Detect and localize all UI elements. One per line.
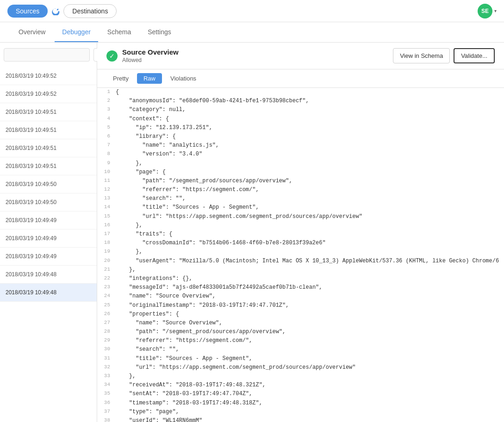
code-line: 37 "type": "page", — [97, 408, 504, 416]
code-line: 31 "title": "Sources - App - Segment", — [97, 354, 504, 363]
code-line: 32 "url": "https://app.segment.com/segme… — [97, 363, 504, 372]
event-item[interactable]: 2018/03/19 10:49:51 — [0, 157, 97, 175]
line-content: "timestamp": "2018-03-19T17:49:48.318Z", — [114, 399, 504, 408]
line-content: "crossDomainId": "b7514b06-1468-4f60-b7e… — [114, 239, 504, 248]
event-item[interactable]: 2018/03/19 10:49:49 — [0, 230, 97, 248]
right-panel: ✓ Source Overview Allowed View in Schema… — [97, 43, 504, 422]
line-number: 2 — [97, 97, 114, 106]
code-line: 8 "version": "3.4.0" — [97, 150, 504, 159]
line-content: "title": "Sources - App - Segment", — [114, 354, 504, 363]
top-nav: Sources Destinations SE ▾ — [0, 0, 504, 22]
tab-pretty[interactable]: Pretty — [106, 73, 135, 84]
code-line: 15 "url": "https://app.segment.com/segme… — [97, 212, 504, 221]
line-number: 38 — [97, 416, 114, 422]
line-content: "search": "", — [114, 345, 504, 354]
line-number: 34 — [97, 381, 114, 390]
event-item[interactable]: 2018/03/19 10:49:49 — [0, 211, 97, 230]
event-item[interactable]: 2018/03/19 10:49:51 — [0, 139, 97, 157]
event-item[interactable]: 2018/03/19 10:49:52 — [0, 85, 97, 103]
line-content: "userAgent": "Mozilla/5.0 (Macintosh; In… — [114, 257, 504, 266]
code-line: 3 "category": null, — [97, 106, 504, 114]
line-content: "name": "Source Overview", — [114, 292, 504, 301]
line-number: 6 — [97, 132, 114, 141]
line-number: 25 — [97, 301, 114, 310]
line-number: 17 — [97, 230, 114, 239]
event-item[interactable]: 2018/03/19 10:49:52 — [0, 67, 97, 85]
line-number: 29 — [97, 336, 114, 345]
tab-raw[interactable]: Raw — [137, 73, 162, 84]
code-line: 9 }, — [97, 159, 504, 168]
code-line: 33 }, — [97, 372, 504, 381]
view-in-schema-button[interactable]: View in Schema — [393, 48, 450, 63]
event-item[interactable]: 2018/03/19 10:49:51 — [0, 103, 97, 121]
line-content: "sentAt": "2018-03-19T17:49:47.704Z", — [114, 390, 504, 398]
code-line: 30 "search": "", — [97, 345, 504, 354]
line-number: 5 — [97, 124, 114, 132]
line-content: "name": "analytics.js", — [114, 141, 504, 150]
line-content: }, — [114, 221, 504, 230]
line-number: 19 — [97, 248, 114, 256]
line-number: 4 — [97, 115, 114, 124]
line-content: "title": "Sources - App - Segment", — [114, 203, 504, 212]
event-list: 2018/03/19 10:49:522018/03/19 10:49:5220… — [0, 67, 97, 421]
line-content: "type": "page", — [114, 408, 504, 416]
line-content: }, — [114, 372, 504, 381]
code-line: 23 "messageId": "ajs-d8ef4833001a5b7f244… — [97, 283, 504, 292]
line-content: "url": "https://app.segment.com/segment_… — [114, 212, 504, 221]
line-content: "category": null, — [114, 106, 504, 114]
code-line: 19 }, — [97, 248, 504, 256]
destinations-button[interactable]: Destinations — [63, 4, 117, 18]
tab-settings[interactable]: Settings — [140, 23, 179, 42]
line-content: "url": "https://app.segment.com/segment_… — [114, 363, 504, 372]
event-item[interactable]: 2018/03/19 10:49:48 — [0, 266, 97, 284]
line-content: "referrer": "https://segment.com/", — [114, 186, 504, 194]
line-number: 16 — [97, 221, 114, 230]
sub-nav: Overview Debugger Schema Settings — [0, 22, 504, 43]
line-number: 8 — [97, 150, 114, 159]
avatar[interactable]: SE — [478, 4, 492, 19]
code-line: 34 "receivedAt": "2018-03-19T17:49:48.32… — [97, 381, 504, 390]
line-number: 14 — [97, 203, 114, 212]
tab-debugger[interactable]: Debugger — [55, 23, 98, 42]
line-content: }, — [114, 248, 504, 256]
code-table: 1{2 "anonymousId": "e68def00-59ab-4241-b… — [97, 88, 504, 422]
line-content: "properties": { — [114, 310, 504, 319]
line-content: "referrer": "https://segment.com/", — [114, 336, 504, 345]
code-line: 28 "path": "/segment_prod/sources/app/ov… — [97, 328, 504, 336]
event-item[interactable]: 2018/03/19 10:49:48 — [0, 284, 97, 302]
line-content: "traits": { — [114, 230, 504, 239]
tab-overview[interactable]: Overview — [11, 23, 53, 42]
line-number: 18 — [97, 239, 114, 248]
code-line: 11 "path": "/segment_prod/sources/app/ov… — [97, 177, 504, 186]
tab-schema[interactable]: Schema — [100, 23, 138, 42]
code-view: 1{2 "anonymousId": "e68def00-59ab-4241-b… — [97, 88, 504, 422]
panel-header-info: Source Overview Allowed — [122, 48, 393, 63]
code-line: 26 "properties": { — [97, 310, 504, 319]
sources-button[interactable]: Sources — [7, 5, 48, 18]
code-line: 14 "title": "Sources - App - Segment", — [97, 203, 504, 212]
code-line: 10 "page": { — [97, 168, 504, 177]
refresh-button[interactable] — [51, 7, 60, 15]
avatar-chevron-icon[interactable]: ▾ — [494, 8, 497, 13]
event-item[interactable]: 2018/03/19 10:49:50 — [0, 193, 97, 211]
line-content: }, — [114, 159, 504, 168]
code-line: 2 "anonymousId": "e68def00-59ab-4241-bfe… — [97, 97, 504, 106]
event-item[interactable]: 2018/03/19 10:49:50 — [0, 175, 97, 193]
line-content: "integrations": {}, — [114, 274, 504, 283]
code-line: 24 "name": "Source Overview", — [97, 292, 504, 301]
tab-violations[interactable]: Violations — [164, 73, 203, 84]
code-line: 16 }, — [97, 221, 504, 230]
event-item[interactable]: 2018/03/19 10:49:49 — [0, 248, 97, 266]
validate-button[interactable]: Validate... — [454, 48, 495, 63]
line-content: "library": { — [114, 132, 504, 141]
code-line: 29 "referrer": "https://segment.com/", — [97, 336, 504, 345]
code-line: 20 "userAgent": "Mozilla/5.0 (Macintosh;… — [97, 257, 504, 266]
line-content: "path": "/segment_prod/sources/app/overv… — [114, 328, 504, 336]
line-content: "context": { — [114, 115, 504, 124]
line-number: 1 — [97, 88, 114, 97]
event-item[interactable]: 2018/03/19 10:49:51 — [0, 121, 97, 139]
line-number: 10 — [97, 168, 114, 177]
search-input[interactable] — [4, 48, 90, 62]
panel-header: ✓ Source Overview Allowed View in Schema… — [97, 43, 504, 69]
code-line: 5 "ip": "12.139.173.251", — [97, 124, 504, 132]
